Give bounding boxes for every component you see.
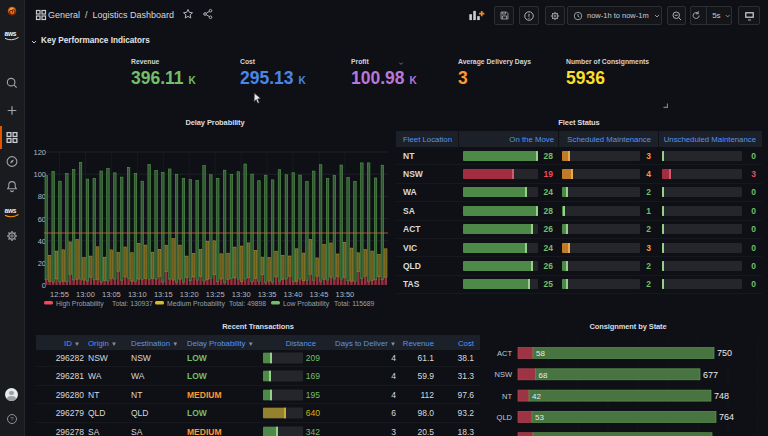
svg-text:QLD: QLD [497,413,513,422]
svg-text:Total: 115689: Total: 115689 [334,300,375,307]
svg-text:13:35: 13:35 [258,290,277,299]
svg-text:13:00: 13:00 [76,290,95,299]
svg-text:13:10: 13:10 [128,290,147,299]
svg-text:58: 58 [536,349,545,358]
svg-text:42: 42 [532,392,541,401]
svg-text:ACT: ACT [497,349,512,358]
svg-text:764: 764 [719,412,734,422]
svg-text:750: 750 [717,348,732,358]
svg-text:13:05: 13:05 [102,290,121,299]
svg-text:13:50: 13:50 [336,290,355,299]
svg-text:NSW: NSW [495,370,513,379]
svg-text:120: 120 [33,148,46,157]
svg-text:Total: 49898: Total: 49898 [229,300,266,307]
svg-text:13:20: 13:20 [180,290,199,299]
svg-text:13:45: 13:45 [310,290,329,299]
svg-text:13:40: 13:40 [284,290,303,299]
svg-text:13:25: 13:25 [206,290,225,299]
svg-text:Medium Probability: Medium Probability [167,300,225,308]
svg-text:53: 53 [535,413,544,422]
svg-text:Low Probability: Low Probability [283,300,330,308]
svg-text:13:30: 13:30 [232,290,251,299]
svg-text:Total: 130937: Total: 130937 [112,300,153,307]
svg-text:13:15: 13:15 [154,290,173,299]
svg-text:748: 748 [714,391,729,401]
svg-text:NT: NT [502,392,512,401]
svg-text:68: 68 [539,371,548,380]
svg-text:100: 100 [33,170,46,179]
svg-text:12:55: 12:55 [50,290,69,299]
svg-text:High Probability: High Probability [56,300,104,308]
svg-text:677: 677 [703,370,718,380]
